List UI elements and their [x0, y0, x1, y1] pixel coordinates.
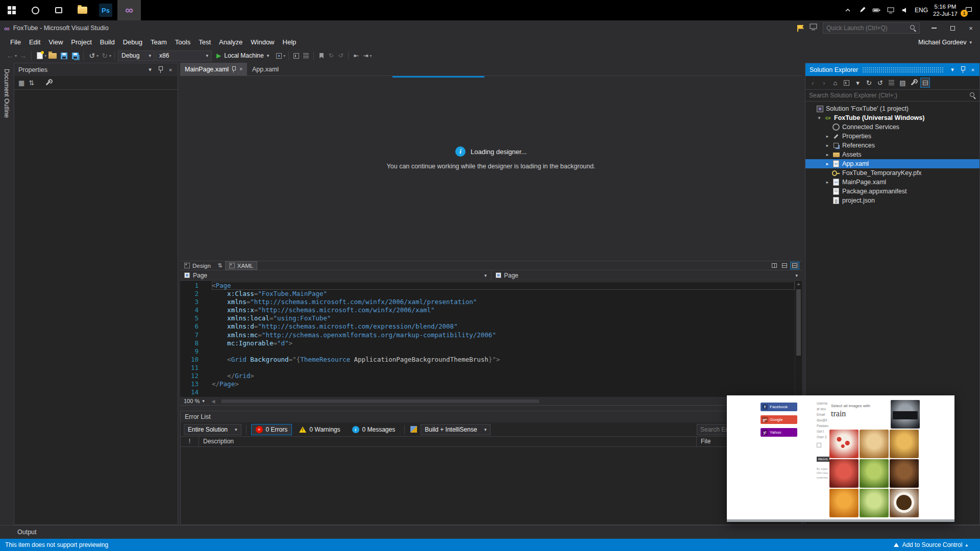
tree-item-assets[interactable]: ▸Assets [805, 150, 979, 159]
open-file-button[interactable] [47, 50, 58, 61]
navigate-back-button[interactable]: ← [5, 50, 15, 61]
captcha-image-coffee-beans[interactable] [890, 459, 919, 488]
expander-icon[interactable]: ▾ [816, 115, 823, 120]
code-line[interactable]: 4 xmlns:x="http://schemas.microsoft.com/… [180, 306, 795, 314]
save-button[interactable] [59, 50, 69, 61]
zoom-select[interactable]: 100 % ▾ [180, 398, 208, 404]
quick-launch-input[interactable] [826, 24, 910, 32]
close-panel-button[interactable]: × [165, 65, 176, 75]
back-button[interactable]: ‹ [808, 78, 818, 88]
description-column-header[interactable]: Description [199, 437, 697, 446]
code-line[interactable]: 10 <Grid Background="{ThemeResource Appl… [180, 356, 795, 364]
undo-button[interactable]: ↺ [87, 50, 97, 61]
file-explorer-button[interactable] [70, 0, 94, 20]
properties-button[interactable] [909, 78, 919, 88]
pin-icon[interactable] [232, 66, 236, 72]
xaml-code-editor[interactable]: 1<Page2 x:Class="FoxTube.MainPage"3 xmln… [180, 281, 802, 397]
platform-select[interactable]: x86▾ [156, 51, 212, 61]
captcha-image-fruit-tart[interactable] [829, 459, 859, 488]
scrollbar-thumb[interactable] [796, 289, 801, 356]
terms-checkbox[interactable] [817, 443, 821, 447]
menu-test[interactable]: Test [194, 36, 215, 48]
quick-launch-box[interactable] [823, 22, 920, 34]
captcha-image-salad[interactable] [860, 459, 889, 488]
captcha-image-strawberry-cake[interactable] [829, 430, 859, 458]
warnings-filter-button[interactable]: 0 Warnings [295, 424, 345, 435]
restore-button[interactable] [943, 20, 962, 36]
editor-horizontal-scrollbar[interactable] [222, 399, 799, 404]
code-line[interactable]: 14 [180, 388, 795, 396]
solution-search-input[interactable] [809, 92, 970, 99]
severity-column-header[interactable]: ! [181, 437, 199, 446]
code-line[interactable]: 7 xmlns:mc="http://schemas.openxmlformat… [180, 331, 795, 339]
captcha-image-pie[interactable] [890, 430, 919, 458]
pen-icon[interactable] [857, 6, 867, 15]
menu-build[interactable]: Build [96, 36, 119, 48]
captcha-image-coffee-cup[interactable] [890, 489, 919, 517]
code-line[interactable]: 1<Page [180, 282, 795, 290]
hidden-icons-chevron[interactable] [843, 6, 852, 15]
menu-tools[interactable]: Tools [171, 36, 194, 48]
tab-mainpage-xaml[interactable]: MainPage.xaml× [180, 63, 247, 76]
collapse-all-button[interactable] [887, 78, 896, 88]
errors-filter-button[interactable]: × 0 Errors [251, 424, 292, 435]
floating-preview-window[interactable]: fFacebookg+Googley!Yahoo Usernaat douEma… [727, 395, 954, 522]
tree-item-project-json[interactable]: project.json [805, 196, 979, 205]
configuration-select[interactable]: Debug▾ [118, 51, 155, 61]
menu-project[interactable]: Project [67, 36, 95, 48]
window-position-button[interactable]: ▾ [947, 65, 958, 75]
cortana-button[interactable] [23, 0, 47, 20]
menu-team[interactable]: Team [146, 36, 171, 48]
property-pages-icon[interactable] [45, 79, 53, 86]
volume-icon[interactable] [900, 6, 910, 15]
tree-item-references[interactable]: ▸References [805, 141, 979, 150]
menu-edit[interactable]: Edit [25, 36, 44, 48]
captcha-image-bread-rolls[interactable] [860, 430, 889, 458]
breadcrumb-right[interactable]: Page ▾ [492, 270, 802, 280]
solution-search-box[interactable] [805, 90, 979, 102]
xaml-view-tab[interactable]: XAML [225, 261, 257, 270]
menu-analyze[interactable]: Analyze [215, 36, 247, 48]
account-menu[interactable]: Michael Gordeev ▾ [918, 39, 980, 46]
preview-selected-items-button[interactable] [920, 78, 930, 88]
captcha-image-train[interactable] [891, 400, 920, 429]
close-panel-button[interactable]: × [968, 65, 978, 75]
refresh-button[interactable]: ↺ [875, 78, 885, 88]
menu-file[interactable]: File [6, 36, 25, 48]
tree-item-app-xaml[interactable]: ▸App.xaml [805, 159, 979, 168]
next-bookmark-button[interactable]: ↺ [336, 52, 345, 60]
pin-button[interactable] [155, 65, 165, 75]
tree-item-foxtube-universal-windows[interactable]: ▾FoxTube (Universal Windows) [805, 113, 979, 122]
forward-button[interactable]: › [819, 78, 829, 88]
battery-icon[interactable] [872, 6, 881, 15]
feedback-flag-icon[interactable] [797, 24, 804, 32]
step-over-button[interactable] [302, 52, 310, 60]
tree-item-mainpage-xaml[interactable]: ▸MainPage.xaml [805, 178, 979, 187]
code-line[interactable]: 12 </Grid> [180, 372, 795, 380]
pending-changes-filter-button[interactable]: ▾ [853, 78, 863, 88]
code-line[interactable]: 3 xmlns="http://schemas.microsoft.com/wi… [180, 298, 795, 306]
code-line[interactable]: 6 xmlns:d="http://schemas.microsoft.com/… [180, 322, 795, 331]
visual-studio-button[interactable]: ∞ [117, 0, 141, 20]
error-list-title[interactable]: Error List [181, 411, 801, 422]
indent-decrease-button[interactable]: ⇤ [352, 52, 360, 60]
add-to-source-control-button[interactable]: Add to Source Control ▴ [894, 541, 975, 548]
switch-views-button[interactable] [842, 78, 851, 88]
source-filter-select[interactable]: Build + IntelliSense▾ [421, 424, 491, 435]
expander-icon[interactable]: ▸ [824, 143, 831, 148]
vertical-split-button[interactable] [770, 262, 779, 269]
clock[interactable]: 5:16 PM 22-Jul-17 [933, 3, 958, 17]
solution-explorer-header[interactable]: Solution Explorer ▾ × [805, 63, 979, 76]
captcha-image-orange-fruit[interactable] [829, 489, 859, 517]
menu-debug[interactable]: Debug [119, 36, 146, 48]
close-button[interactable]: × [962, 20, 980, 36]
new-item-button[interactable] [35, 50, 45, 61]
tab-app-xaml[interactable]: App.xaml [248, 63, 283, 76]
register-button[interactable]: REGIS [817, 457, 829, 462]
indent-increase-button[interactable]: ⇥ [361, 52, 370, 60]
tree-item-foxtube-temporarykey-pfx[interactable]: FoxTube_TemporaryKey.pfx [805, 168, 979, 178]
breadcrumb-left[interactable]: Page ▾ [180, 270, 492, 280]
prev-bookmark-button[interactable]: ↻ [327, 52, 335, 60]
code-line[interactable]: 9 [180, 347, 795, 356]
scroll-left-arrow[interactable]: ◂ [208, 395, 218, 407]
